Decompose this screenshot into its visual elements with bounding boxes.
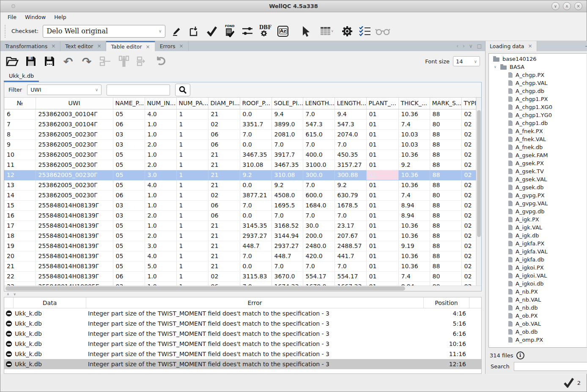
table-row[interactable]: 10253862005_00230Г051.01213467.353917.74… (4, 150, 476, 160)
table-cell[interactable]: 7.0 (303, 261, 335, 271)
table-cell[interactable]: 253862005_00230Г (36, 180, 113, 190)
table-cell[interactable]: 441.7 (335, 251, 366, 261)
table-cell[interactable]: 1.0 (145, 281, 176, 286)
table-cell[interactable]: 88 (430, 241, 461, 251)
error-row[interactable]: Ukk_k.dbInteger part size of the TWIST_M… (4, 308, 481, 318)
table-cell[interactable]: 06 (208, 129, 240, 139)
column-header[interactable]: THICK_... (398, 98, 430, 109)
tab-scroll-right-button[interactable]: › (463, 43, 465, 49)
table-cell[interactable]: 21 (208, 150, 240, 160)
table-cell[interactable]: 1 (176, 271, 208, 281)
table-cell[interactable]: 600.0 (303, 190, 335, 200)
table-cell[interactable]: 21 (208, 180, 240, 190)
table-cell[interactable]: 21 (208, 261, 240, 271)
table-cell[interactable]: 05 (113, 231, 145, 241)
table-cell[interactable]: 03 (113, 129, 145, 139)
table-cell[interactable]: 01 (366, 241, 398, 251)
table-cell[interactable]: 21 (208, 220, 240, 231)
table-cell[interactable]: 400.0 (303, 150, 335, 160)
table-cell[interactable]: 88 (430, 210, 461, 220)
table-cell[interactable]: 06 (208, 210, 240, 220)
table-row[interactable]: 14253862005_00230Г061.01023877.214508.06… (4, 190, 476, 200)
table-row[interactable]: 11253862005_00230Г052.0121310.083467.353… (4, 160, 476, 170)
table-cell[interactable]: 01 (366, 190, 398, 200)
row-number-cell[interactable]: 22 (4, 271, 36, 281)
table-row[interactable]: 20255848014Н08139Г054.01217.0448.7420.04… (4, 251, 476, 261)
tree-file-item[interactable]: A_igkfa.PX (491, 240, 587, 248)
table-cell[interactable]: 03 (113, 200, 145, 210)
tree-file-item[interactable]: A_igkoi.db (491, 280, 587, 288)
info-icon[interactable]: i (516, 351, 524, 359)
table-cell[interactable]: 615.0 (303, 129, 335, 139)
table-cell[interactable]: 7.0 (240, 251, 272, 261)
insert-column-button[interactable] (117, 54, 131, 68)
table-cell[interactable]: 255848014Н08139Г (36, 251, 113, 261)
row-number-cell[interactable]: 12 (4, 170, 36, 180)
table-cell[interactable]: 8.94 (398, 200, 430, 210)
table-cell[interactable]: 253862005_00230Г (36, 190, 113, 200)
table-cell[interactable]: 8.94 (398, 281, 430, 286)
table-cell[interactable]: 255848014Н08139Г (36, 210, 113, 220)
table-row[interactable]: 22255848014Н08139Г061.01023115.833670.05… (4, 271, 476, 281)
table-cell[interactable]: 2.0 (145, 160, 176, 170)
column-header[interactable]: NUM_IN... (145, 98, 176, 109)
table-cell[interactable]: 01 (366, 129, 398, 139)
table-cell[interactable]: 02 (461, 271, 476, 281)
table-cell[interactable]: 1 (176, 119, 208, 129)
column-header[interactable]: NUM_PA... (176, 98, 208, 109)
table-cell[interactable]: 2480.0 (303, 241, 335, 251)
table-cell[interactable]: 10.03 (398, 139, 430, 150)
table-cell[interactable]: 02 (461, 129, 476, 139)
close-icon[interactable]: × (97, 43, 101, 49)
table-cell[interactable]: 0.0 (240, 109, 272, 119)
table-cell[interactable]: 06 (113, 119, 145, 129)
table-cell[interactable]: 02 (208, 271, 240, 281)
table-cell[interactable]: 05 (113, 180, 145, 190)
table-row[interactable]: 6253862003_00104Г054.01210.09.47.09.4011… (4, 109, 476, 119)
tree-file-item[interactable]: A_igkfa.VAL (491, 248, 587, 256)
tree-file-item[interactable]: A_nb.PX (491, 288, 587, 296)
table-cell[interactable]: 8.94 (398, 210, 430, 220)
table-cell[interactable]: 0.0 (240, 261, 272, 271)
table-cell[interactable]: 547.3 (335, 119, 366, 129)
table-cell[interactable]: 10.36 (398, 251, 430, 261)
row-number-cell[interactable]: 8 (4, 129, 36, 139)
table-cell[interactable]: 4.0 (145, 109, 176, 119)
table-cell[interactable]: 88 (430, 200, 461, 210)
vertical-scrollbar-thumb[interactable] (477, 110, 481, 237)
tree-file-item[interactable]: A_ob.PX (491, 312, 587, 320)
table-cell[interactable]: 80 (430, 271, 461, 281)
table-row[interactable]: 13253862005_00230Г054.01210.09.27.09.201… (4, 180, 476, 190)
table-cell[interactable]: 06 (208, 139, 240, 150)
table-cell[interactable]: 300.88 (335, 170, 366, 180)
table-cell[interactable]: 300.0 (303, 170, 335, 180)
table-cell[interactable]: 06 (208, 281, 240, 286)
table-cell[interactable]: 10.36 (398, 150, 430, 160)
table-cell[interactable]: 21 (208, 109, 240, 119)
row-number-cell[interactable]: 17 (4, 220, 36, 231)
table-cell[interactable]: 88 (430, 251, 461, 261)
tree-file-item[interactable]: A_igk.db (491, 231, 587, 240)
table-row[interactable]: 7253862003_00104Г061.01023351.73899.0547… (4, 119, 476, 129)
table-cell[interactable]: 01 (366, 150, 398, 160)
table-cell[interactable]: 88 (430, 150, 461, 160)
table-cell[interactable]: 7.0 (303, 210, 335, 220)
row-number-cell[interactable]: 16 (4, 210, 36, 220)
row-number-cell[interactable]: 6 (4, 109, 36, 119)
table-cell[interactable]: 0.0 (240, 210, 272, 220)
table-cell[interactable]: 1 (176, 200, 208, 210)
filter-search-button[interactable] (175, 84, 190, 96)
row-number-cell[interactable]: 14 (4, 190, 36, 200)
filter-search-input[interactable] (107, 84, 170, 95)
table-cell[interactable]: 3168.52 (272, 220, 303, 231)
table-cell[interactable]: 01 (366, 200, 398, 210)
table-cell[interactable]: 02 (461, 220, 476, 231)
table-cell[interactable]: 4508.0 (272, 190, 303, 200)
column-header[interactable]: № (4, 98, 36, 109)
table-cell[interactable]: 253862005_00230Г (36, 170, 113, 180)
table-cell[interactable]: 3115.83 (240, 271, 272, 281)
table-cell[interactable]: 01 (366, 180, 398, 190)
row-number-cell[interactable]: 23 (4, 281, 36, 286)
table-cell[interactable]: 30.0 (303, 220, 335, 231)
table-cell[interactable]: 9.2 (398, 160, 430, 170)
